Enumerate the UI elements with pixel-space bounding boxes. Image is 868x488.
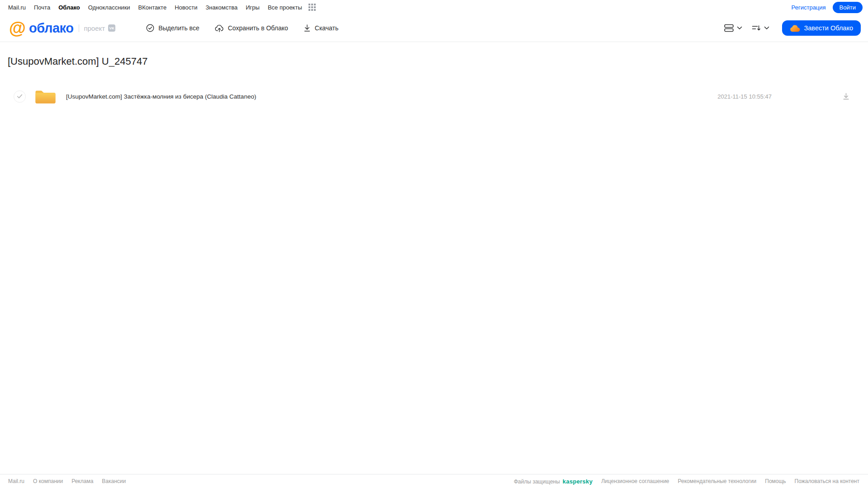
list-view-icon	[724, 24, 734, 33]
cloud-upload-icon	[215, 24, 224, 33]
vk-badge-icon: VK	[108, 24, 115, 32]
nav-link-igry[interactable]: Игры	[246, 4, 260, 11]
apps-grid-icon[interactable]	[308, 4, 316, 11]
footer-link-company[interactable]: О компании	[33, 478, 63, 484]
footer-right-links: Файлы защищены kaspersky Лицензионное со…	[514, 478, 859, 485]
protection-label: Файлы защищены	[514, 479, 560, 485]
logo-brand-text: облако	[29, 21, 73, 36]
orange-cloud-icon	[790, 24, 800, 32]
nav-link-all-projects[interactable]: Все проекты	[268, 4, 302, 11]
folder-icon	[35, 89, 56, 104]
nav-link-vkontakte[interactable]: ВКонтакте	[138, 4, 167, 11]
file-name-link[interactable]: [UsupovMarket.com] Застёжка-молния из би…	[66, 93, 717, 100]
sort-button[interactable]	[752, 24, 769, 32]
download-icon	[843, 93, 849, 100]
footer-link-recommendation-tech[interactable]: Рекомендательные технологии	[678, 478, 757, 484]
logo-divider	[79, 24, 79, 32]
footer-left-links: Mail.ru О компании Реклама Вакансии	[8, 478, 126, 484]
chevron-down-icon	[764, 26, 769, 30]
footer-link-jobs[interactable]: Вакансии	[102, 478, 126, 484]
create-cloud-label: Завести Облако	[804, 24, 853, 32]
app-header: @ облако проект VK Выделить все Сохранит…	[0, 14, 868, 42]
page-title: [UsupovMarket.com] U_245747	[8, 56, 868, 67]
row-download-button[interactable]	[843, 93, 849, 100]
row-checkbox[interactable]	[14, 90, 26, 103]
portal-nav: Mail.ru Почта Облако Одноклассники ВКонт…	[0, 0, 868, 14]
footer-link-ads[interactable]: Реклама	[71, 478, 93, 484]
download-icon	[304, 24, 311, 32]
select-all-label: Выделить все	[158, 24, 199, 32]
nav-link-pochta[interactable]: Почта	[34, 4, 50, 11]
nav-link-oblako[interactable]: Облако	[58, 4, 80, 11]
footer-link-mailru[interactable]: Mail.ru	[8, 478, 24, 484]
view-mode-button[interactable]	[724, 24, 742, 33]
download-button[interactable]: Скачать	[304, 24, 339, 33]
file-toolbar: Выделить все Сохранить в Облако Скачать	[146, 24, 338, 33]
nav-link-novosti[interactable]: Новости	[175, 4, 197, 11]
save-to-cloud-button[interactable]: Сохранить в Облако	[215, 24, 288, 33]
nav-link-odnoklassniki[interactable]: Одноклассники	[88, 4, 130, 11]
file-date: 2021-11-15 10:55:47	[717, 93, 772, 100]
logo-project-text: проект	[84, 24, 105, 32]
login-button[interactable]: Войти	[833, 2, 863, 13]
header-right-controls: Завести Облако	[724, 20, 861, 36]
check-circle-icon	[146, 24, 154, 32]
nav-link-znakomstva[interactable]: Знакомства	[205, 4, 237, 11]
register-link[interactable]: Регистрация	[792, 4, 826, 11]
footer-link-report-content[interactable]: Пожаловаться на контент	[795, 478, 859, 484]
portal-nav-links: Mail.ru Почта Облако Одноклассники ВКонт…	[8, 4, 316, 11]
nav-link-mailru[interactable]: Mail.ru	[8, 4, 26, 11]
portal-nav-auth: Регистрация Войти	[792, 2, 863, 13]
download-label: Скачать	[315, 24, 339, 32]
kaspersky-logo: kaspersky	[563, 478, 593, 485]
shared-folder-content: [UsupovMarket.com] U_245747	[0, 56, 868, 109]
create-cloud-button[interactable]: Завести Облако	[782, 20, 861, 36]
select-all-button[interactable]: Выделить все	[146, 24, 199, 33]
save-to-cloud-label: Сохранить в Облако	[228, 24, 288, 32]
checkmark-icon	[17, 94, 23, 99]
page-footer: Mail.ru О компании Реклама Вакансии Файл…	[0, 474, 868, 488]
mailru-at-icon: @	[9, 19, 26, 37]
footer-link-license[interactable]: Лицензионное соглашение	[601, 478, 669, 484]
kaspersky-protection: Файлы защищены kaspersky	[514, 478, 593, 485]
footer-link-help[interactable]: Помощь	[765, 478, 786, 484]
file-row[interactable]: [UsupovMarket.com] Застёжка-молния из би…	[0, 84, 868, 109]
sort-icon	[752, 24, 761, 32]
chevron-down-icon	[737, 26, 742, 30]
cloud-logo[interactable]: @ облако проект VK	[9, 19, 115, 37]
file-list: [UsupovMarket.com] Застёжка-молния из би…	[0, 84, 868, 109]
cloud-mailru-page: Mail.ru Почта Облако Одноклассники ВКонт…	[0, 0, 868, 488]
